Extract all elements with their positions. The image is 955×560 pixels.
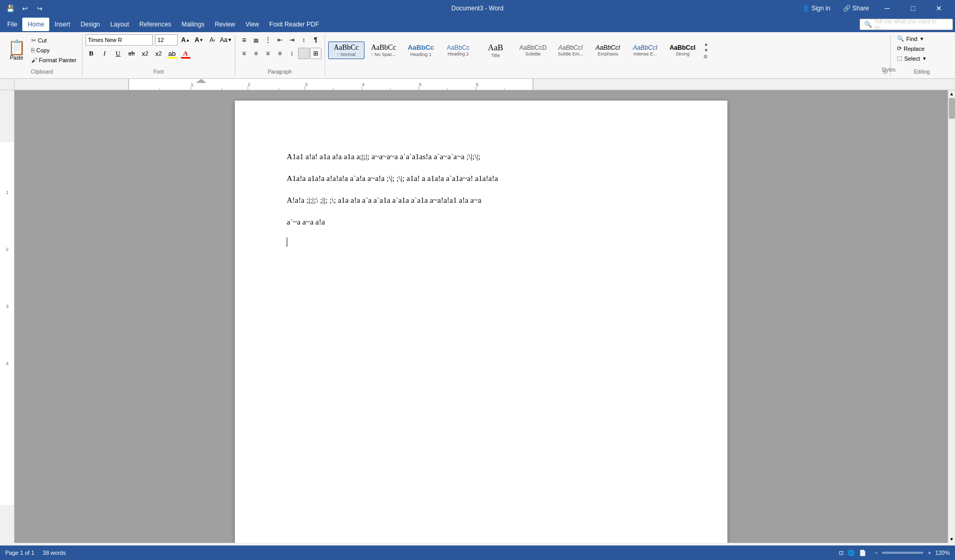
cut-icon: ✂ <box>31 37 36 44</box>
menu-bar: File Home Insert Design Layout Reference… <box>0 17 955 32</box>
change-case-button[interactable]: Aa▼ <box>220 34 232 46</box>
document-content[interactable]: A1a1 a!a! a1a a!a a1a a;|;|; a~a~a~a a`a… <box>287 150 676 247</box>
menu-layout[interactable]: Layout <box>105 18 134 31</box>
subscript-button[interactable]: x2 <box>139 48 151 59</box>
page-info: Page 1 of 1 <box>5 550 34 556</box>
strikethrough-button[interactable]: ab <box>126 48 137 59</box>
text-highlight-button[interactable]: ab <box>166 48 178 59</box>
find-icon: 🔍 <box>897 35 904 42</box>
superscript-button[interactable]: x2 <box>153 48 164 59</box>
svg-text:3: 3 <box>305 82 307 87</box>
sign-in-button[interactable]: 👤 Sign in <box>798 4 835 13</box>
paragraph-5[interactable] <box>287 237 676 247</box>
style-nospace-label: ↑ No Spac... <box>371 52 396 57</box>
menu-foxit[interactable]: Foxit Reader PDF <box>264 18 324 31</box>
multilevel-button[interactable]: ⋮ <box>262 34 274 46</box>
style-h2-preview: AaBbCc <box>447 44 470 51</box>
decrease-indent-button[interactable]: ⇤ <box>274 34 286 46</box>
find-button[interactable]: 🔍 Find ▼ <box>894 34 927 43</box>
style-nospace[interactable]: AaBbCc ↑ No Spac... <box>366 41 402 60</box>
search-box[interactable]: 🔍 Tell me what you want to do... <box>860 19 953 30</box>
justify-button[interactable]: ≡ <box>274 48 286 59</box>
maximize-button[interactable]: □ <box>901 0 925 17</box>
undo-quick-btn[interactable]: ↩ <box>19 2 31 15</box>
underline-button[interactable]: U <box>113 48 124 59</box>
clear-format-button[interactable]: Ax <box>207 34 218 46</box>
style-heading1[interactable]: AaBbCc Heading 1 <box>403 41 439 59</box>
font-color-button[interactable]: A <box>180 48 191 59</box>
style-emphasis[interactable]: AaBbCcI Emphasis <box>589 42 626 59</box>
shading-button[interactable] <box>298 48 310 59</box>
ribbon: 📋 Paste ✂ Cut ⎘ Copy 🖌 Format Painter Cl… <box>0 32 955 79</box>
show-hide-button[interactable]: ¶ <box>310 34 321 46</box>
layout-outline-icon[interactable]: 📄 <box>859 550 866 556</box>
zoom-in-button[interactable]: + <box>928 550 931 556</box>
bullets-button[interactable]: ≡ <box>238 34 250 46</box>
title-bar-left: 💾 ↩ ↪ <box>4 2 46 15</box>
font-size-input[interactable] <box>155 34 178 46</box>
style-subtle-em[interactable]: AaBbCcI Subtle Em... <box>552 42 588 59</box>
menu-insert[interactable]: Insert <box>49 18 75 31</box>
paste-button[interactable]: 📋 Paste <box>5 39 28 62</box>
save-quick-btn[interactable]: 💾 <box>4 2 17 15</box>
redo-quick-btn[interactable]: ↪ <box>33 2 46 15</box>
style-strong[interactable]: AaBbCcI Strong <box>664 42 700 59</box>
menu-design[interactable]: Design <box>75 18 105 31</box>
menu-review[interactable]: Review <box>209 18 240 31</box>
styles-scroll-up-icon[interactable]: ▲ <box>704 41 708 47</box>
align-center-button[interactable]: ≡ <box>250 48 262 59</box>
replace-button[interactable]: ⟳ Replace <box>894 44 928 53</box>
bold-button[interactable]: B <box>86 48 97 59</box>
scroll-track[interactable] <box>948 97 956 536</box>
styles-more-icon[interactable]: ⊞ <box>704 54 708 59</box>
zoom-out-button[interactable]: − <box>875 550 878 556</box>
numbering-button[interactable]: ≣ <box>250 34 262 46</box>
styles-scroll-down-icon[interactable]: ▼ <box>704 48 708 53</box>
zoom-slider[interactable] <box>882 552 923 554</box>
style-h1-preview: AaBbCc <box>408 44 434 52</box>
document-area[interactable]: A1a1 a!a! a1a a!a a1a a;|;|; a~a~a~a a`a… <box>15 90 948 543</box>
styles-scroll-buttons[interactable]: ▲ ▼ ⊞ <box>701 40 709 60</box>
vertical-ruler: 1 2 3 4 <box>0 90 15 543</box>
borders-button[interactable]: ⊞ <box>310 48 321 59</box>
font-name-input[interactable] <box>86 34 153 46</box>
menu-file[interactable]: File <box>2 18 22 31</box>
style-subtitle[interactable]: AaBbCcD Subtitle <box>515 42 552 59</box>
sort-button[interactable]: ↕ <box>298 34 310 46</box>
menu-references[interactable]: References <box>134 18 176 31</box>
style-heading2[interactable]: AaBbCc Heading 2 <box>440 42 476 59</box>
style-nospace-preview: AaBbCc <box>371 44 396 52</box>
style-normal[interactable]: AaBbCc ↑ Normal <box>328 41 364 60</box>
menu-view[interactable]: View <box>241 18 264 31</box>
increase-indent-button[interactable]: ⇥ <box>286 34 298 46</box>
italic-button[interactable]: I <box>99 48 110 59</box>
scroll-down-button[interactable]: ▼ <box>948 536 956 543</box>
paragraph-3: A!a!a ;|;|;\ ;||; ;\; a1a a!a a`a a`a1a … <box>287 194 676 206</box>
layout-web-icon[interactable]: 🌐 <box>848 550 855 556</box>
style-title[interactable]: AaB Title <box>478 40 514 60</box>
copy-button[interactable]: ⎘ Copy <box>29 46 79 55</box>
right-scrollbar[interactable]: ▲ ▼ <box>948 90 955 543</box>
style-intense-em[interactable]: AaBbCcI Intense E... <box>627 42 663 59</box>
cut-button[interactable]: ✂ Cut <box>29 36 79 45</box>
menu-home[interactable]: Home <box>22 18 49 31</box>
line-spacing-button[interactable]: ↕ <box>286 48 298 59</box>
svg-text:6: 6 <box>476 82 479 87</box>
minimize-button[interactable]: ─ <box>875 0 899 17</box>
shrink-font-button[interactable]: A▼ <box>193 34 205 46</box>
menu-mailings[interactable]: Mailings <box>176 18 209 31</box>
format-painter-label: Format Painter <box>39 57 77 63</box>
scroll-thumb[interactable] <box>949 98 955 119</box>
align-right-button[interactable]: ≡ <box>262 48 274 59</box>
grow-font-button[interactable]: A▲ <box>180 34 191 46</box>
copy-icon: ⎘ <box>31 47 35 54</box>
share-button[interactable]: 🔗 Share <box>839 4 873 13</box>
search-icon: 🔍 <box>864 21 872 28</box>
format-painter-button[interactable]: 🖌 Format Painter <box>29 55 79 65</box>
layout-print-icon[interactable]: ⊡ <box>839 550 844 556</box>
align-left-button[interactable]: ≡ <box>238 48 250 59</box>
select-button[interactable]: ⬚ Select ▼ <box>894 54 930 63</box>
scroll-up-button[interactable]: ▲ <box>948 90 956 97</box>
document-page[interactable]: A1a1 a!a! a1a a!a a1a a;|;|; a~a~a~a a`a… <box>235 101 727 543</box>
close-button[interactable]: ✕ <box>927 0 951 17</box>
